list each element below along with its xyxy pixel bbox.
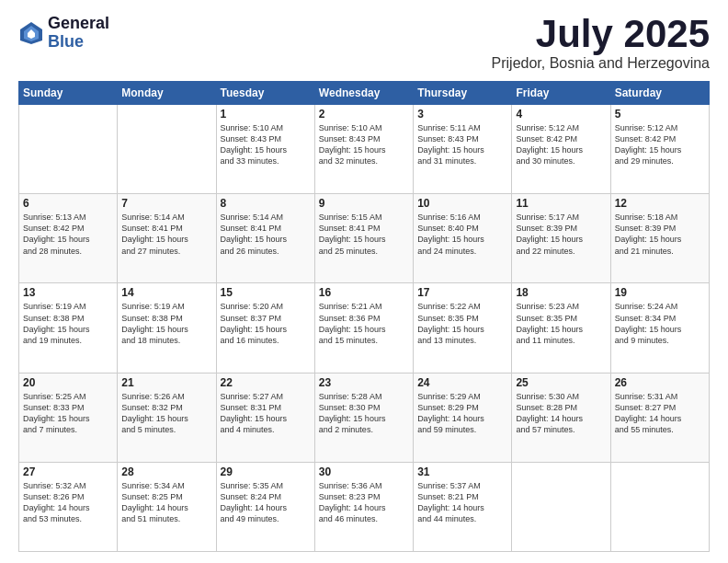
table-cell: 4Sunrise: 5:12 AM Sunset: 8:42 PM Daylig… xyxy=(512,105,610,194)
day-number: 18 xyxy=(516,286,606,299)
table-cell xyxy=(610,462,709,551)
day-number: 25 xyxy=(516,376,606,389)
day-number: 6 xyxy=(23,197,113,210)
logo-icon xyxy=(18,20,44,46)
day-number: 12 xyxy=(615,197,705,210)
table-cell: 6Sunrise: 5:13 AM Sunset: 8:42 PM Daylig… xyxy=(19,194,118,283)
table-cell: 22Sunrise: 5:27 AM Sunset: 8:31 PM Dayli… xyxy=(216,373,314,462)
day-number: 10 xyxy=(417,197,507,210)
table-cell: 13Sunrise: 5:19 AM Sunset: 8:38 PM Dayli… xyxy=(19,283,118,373)
day-number: 29 xyxy=(221,465,311,478)
day-number: 19 xyxy=(615,286,705,299)
day-number: 7 xyxy=(121,197,211,210)
table-cell: 8Sunrise: 5:14 AM Sunset: 8:41 PM Daylig… xyxy=(216,194,314,283)
day-info: Sunrise: 5:16 AM Sunset: 8:40 PM Dayligh… xyxy=(417,212,507,257)
day-number: 15 xyxy=(221,286,311,299)
day-info: Sunrise: 5:21 AM Sunset: 8:36 PM Dayligh… xyxy=(319,301,409,346)
day-info: Sunrise: 5:13 AM Sunset: 8:42 PM Dayligh… xyxy=(23,212,113,257)
day-info: Sunrise: 5:25 AM Sunset: 8:33 PM Dayligh… xyxy=(23,391,113,436)
logo-general: General xyxy=(48,14,109,32)
day-number: 3 xyxy=(417,108,507,121)
day-number: 17 xyxy=(417,286,507,299)
day-info: Sunrise: 5:32 AM Sunset: 8:26 PM Dayligh… xyxy=(23,480,113,525)
day-info: Sunrise: 5:12 AM Sunset: 8:42 PM Dayligh… xyxy=(615,122,705,167)
day-info: Sunrise: 5:17 AM Sunset: 8:39 PM Dayligh… xyxy=(516,212,606,257)
day-number: 28 xyxy=(121,465,211,478)
day-info: Sunrise: 5:35 AM Sunset: 8:24 PM Dayligh… xyxy=(221,480,311,525)
day-info: Sunrise: 5:37 AM Sunset: 8:21 PM Dayligh… xyxy=(417,480,507,525)
table-cell: 7Sunrise: 5:14 AM Sunset: 8:41 PM Daylig… xyxy=(118,194,216,283)
day-info: Sunrise: 5:22 AM Sunset: 8:35 PM Dayligh… xyxy=(417,301,507,346)
day-number: 5 xyxy=(615,108,705,121)
day-info: Sunrise: 5:30 AM Sunset: 8:28 PM Dayligh… xyxy=(516,391,606,436)
day-info: Sunrise: 5:20 AM Sunset: 8:37 PM Dayligh… xyxy=(221,301,311,346)
table-cell xyxy=(512,462,610,551)
day-info: Sunrise: 5:29 AM Sunset: 8:29 PM Dayligh… xyxy=(417,391,507,436)
table-cell: 31Sunrise: 5:37 AM Sunset: 8:21 PM Dayli… xyxy=(414,462,512,551)
day-number: 13 xyxy=(23,286,113,299)
day-info: Sunrise: 5:14 AM Sunset: 8:41 PM Dayligh… xyxy=(221,212,311,257)
day-number: 14 xyxy=(121,286,211,299)
table-cell: 1Sunrise: 5:10 AM Sunset: 8:43 PM Daylig… xyxy=(216,105,314,194)
calendar-header-row: Sunday Monday Tuesday Wednesday Thursday… xyxy=(19,82,710,105)
day-number: 23 xyxy=(319,376,409,389)
day-info: Sunrise: 5:15 AM Sunset: 8:41 PM Dayligh… xyxy=(319,212,409,257)
table-cell: 24Sunrise: 5:29 AM Sunset: 8:29 PM Dayli… xyxy=(414,373,512,462)
day-number: 31 xyxy=(417,465,507,478)
table-cell: 5Sunrise: 5:12 AM Sunset: 8:42 PM Daylig… xyxy=(610,105,709,194)
table-cell: 10Sunrise: 5:16 AM Sunset: 8:40 PM Dayli… xyxy=(414,194,512,283)
table-cell xyxy=(118,105,216,194)
day-info: Sunrise: 5:11 AM Sunset: 8:43 PM Dayligh… xyxy=(417,122,507,167)
day-number: 20 xyxy=(23,376,113,389)
day-number: 8 xyxy=(221,197,311,210)
col-wednesday: Wednesday xyxy=(314,82,413,105)
day-number: 9 xyxy=(319,197,409,210)
day-number: 11 xyxy=(516,197,606,210)
page: General Blue July 2025 Prijedor, Bosnia … xyxy=(0,0,728,563)
col-thursday: Thursday xyxy=(414,82,512,105)
day-number: 2 xyxy=(319,108,409,121)
logo: General Blue xyxy=(18,15,109,52)
table-cell: 9Sunrise: 5:15 AM Sunset: 8:41 PM Daylig… xyxy=(314,194,413,283)
table-cell: 29Sunrise: 5:35 AM Sunset: 8:24 PM Dayli… xyxy=(216,462,314,551)
logo-text: General Blue xyxy=(48,15,109,52)
table-cell: 19Sunrise: 5:24 AM Sunset: 8:34 PM Dayli… xyxy=(610,283,709,373)
calendar-week-3: 13Sunrise: 5:19 AM Sunset: 8:38 PM Dayli… xyxy=(19,283,710,373)
month-title: July 2025 xyxy=(492,15,710,53)
table-cell: 15Sunrise: 5:20 AM Sunset: 8:37 PM Dayli… xyxy=(216,283,314,373)
day-info: Sunrise: 5:19 AM Sunset: 8:38 PM Dayligh… xyxy=(23,301,113,346)
day-info: Sunrise: 5:10 AM Sunset: 8:43 PM Dayligh… xyxy=(221,122,311,167)
day-info: Sunrise: 5:19 AM Sunset: 8:38 PM Dayligh… xyxy=(121,301,211,346)
day-number: 30 xyxy=(319,465,409,478)
table-cell: 16Sunrise: 5:21 AM Sunset: 8:36 PM Dayli… xyxy=(314,283,413,373)
table-cell xyxy=(19,105,118,194)
day-info: Sunrise: 5:23 AM Sunset: 8:35 PM Dayligh… xyxy=(516,301,606,346)
table-cell: 2Sunrise: 5:10 AM Sunset: 8:43 PM Daylig… xyxy=(314,105,413,194)
day-number: 27 xyxy=(23,465,113,478)
table-cell: 20Sunrise: 5:25 AM Sunset: 8:33 PM Dayli… xyxy=(19,373,118,462)
table-cell: 27Sunrise: 5:32 AM Sunset: 8:26 PM Dayli… xyxy=(19,462,118,551)
table-cell: 30Sunrise: 5:36 AM Sunset: 8:23 PM Dayli… xyxy=(314,462,413,551)
day-info: Sunrise: 5:31 AM Sunset: 8:27 PM Dayligh… xyxy=(615,391,705,436)
day-info: Sunrise: 5:14 AM Sunset: 8:41 PM Dayligh… xyxy=(121,212,211,257)
calendar-table: Sunday Monday Tuesday Wednesday Thursday… xyxy=(18,81,710,552)
day-number: 22 xyxy=(221,376,311,389)
day-info: Sunrise: 5:26 AM Sunset: 8:32 PM Dayligh… xyxy=(121,391,211,436)
table-cell: 28Sunrise: 5:34 AM Sunset: 8:25 PM Dayli… xyxy=(118,462,216,551)
day-info: Sunrise: 5:27 AM Sunset: 8:31 PM Dayligh… xyxy=(221,391,311,436)
col-tuesday: Tuesday xyxy=(216,82,314,105)
day-number: 4 xyxy=(516,108,606,121)
day-info: Sunrise: 5:28 AM Sunset: 8:30 PM Dayligh… xyxy=(319,391,409,436)
calendar-week-5: 27Sunrise: 5:32 AM Sunset: 8:26 PM Dayli… xyxy=(19,462,710,551)
calendar-week-2: 6Sunrise: 5:13 AM Sunset: 8:42 PM Daylig… xyxy=(19,194,710,283)
day-number: 21 xyxy=(121,376,211,389)
table-cell: 23Sunrise: 5:28 AM Sunset: 8:30 PM Dayli… xyxy=(314,373,413,462)
col-saturday: Saturday xyxy=(610,82,709,105)
day-info: Sunrise: 5:10 AM Sunset: 8:43 PM Dayligh… xyxy=(319,122,409,167)
table-cell: 21Sunrise: 5:26 AM Sunset: 8:32 PM Dayli… xyxy=(118,373,216,462)
day-number: 24 xyxy=(417,376,507,389)
table-cell: 3Sunrise: 5:11 AM Sunset: 8:43 PM Daylig… xyxy=(414,105,512,194)
day-info: Sunrise: 5:24 AM Sunset: 8:34 PM Dayligh… xyxy=(615,301,705,346)
day-number: 26 xyxy=(615,376,705,389)
table-cell: 12Sunrise: 5:18 AM Sunset: 8:39 PM Dayli… xyxy=(610,194,709,283)
